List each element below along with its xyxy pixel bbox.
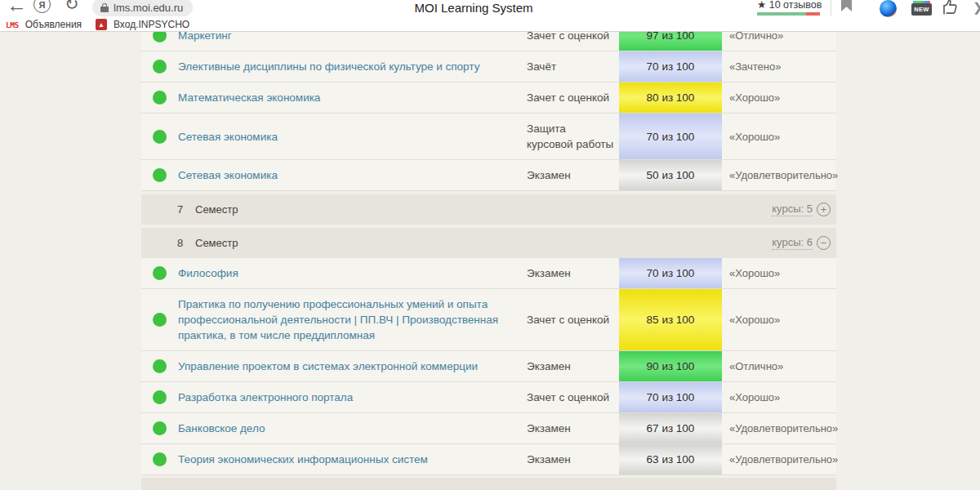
course-title-link[interactable]: Практика по получению профессиональных у… <box>178 289 527 350</box>
score-cell: 70 из 100 <box>619 258 722 288</box>
grades-table: МаркетингЗачет с оценкой97 из 100«Отличн… <box>141 32 836 490</box>
green-status-dot-icon <box>153 359 167 373</box>
reviews-rating-widget[interactable]: ★ 10 отзывов <box>757 0 822 16</box>
semester-header-cut <box>141 478 836 490</box>
browser-toolbar: ← Я ↻ lms.moi.edu.ru MOI Learning System… <box>0 0 980 32</box>
expand-plus-icon[interactable]: + <box>817 203 831 216</box>
course-row: МаркетингЗачет с оценкой97 из 100«Отличн… <box>141 32 836 51</box>
exam-type-label: Зачет с оценкой <box>527 382 619 412</box>
bookmark-label: Объявления <box>25 19 82 30</box>
rating-bar <box>757 12 820 16</box>
bookmark-item-inpsycho[interactable]: ▲ Вход.INPSYCHO <box>96 19 189 30</box>
green-status-dot-icon <box>153 60 167 74</box>
lms-page-background: МаркетингЗачет с оценкой97 из 100«Отличн… <box>0 32 980 490</box>
course-status-cell <box>141 351 178 381</box>
lock-icon <box>100 3 109 12</box>
green-status-dot-icon <box>153 168 167 182</box>
course-status-cell <box>141 444 178 474</box>
semester-number: 8 <box>177 237 195 249</box>
grade-label: «Зачтено» <box>722 51 836 82</box>
course-row: Практика по получению профессиональных у… <box>141 289 836 351</box>
score-cell: 80 из 100 <box>619 82 722 113</box>
score-cell: 90 из 100 <box>619 351 722 381</box>
course-title-link[interactable]: Сетевая экономика <box>178 114 527 159</box>
green-status-dot-icon <box>153 266 167 280</box>
course-status-cell <box>141 32 178 51</box>
grade-label: «Хорошо» <box>722 114 836 159</box>
yandex-browser-icon[interactable]: Я <box>33 0 51 13</box>
semester-header: 7Семестркурсы: 5+ <box>141 194 836 225</box>
rating-bar-negative <box>806 12 820 16</box>
exam-type-label: Зачет с оценкой <box>527 289 619 350</box>
score-cell: 63 из 100 <box>619 444 722 474</box>
score-cell: 70 из 100 <box>619 382 722 412</box>
grade-label: «Хорошо» <box>722 82 836 113</box>
course-status-cell <box>141 114 178 159</box>
course-title-link[interactable]: Теория экономических информационных сист… <box>178 444 527 474</box>
course-row: Разработка электронного порталаЗачет с о… <box>141 382 836 413</box>
grade-label: «Удовлетворительно» <box>722 413 836 443</box>
grade-label: «Хорошо» <box>722 382 836 412</box>
score-cell: 97 из 100 <box>619 32 722 51</box>
green-status-dot-icon <box>153 421 167 435</box>
address-bar[interactable]: lms.moi.edu.ru <box>92 0 193 16</box>
lms-favicon: LMS <box>6 20 19 29</box>
semester-header: 8Семестркурсы: 6− <box>141 228 836 258</box>
course-title-link[interactable]: Управление проектом в системах электронн… <box>178 351 527 381</box>
score-cell: 85 из 100 <box>619 289 722 350</box>
semester-courses-link[interactable]: курсы: 5 <box>772 203 813 216</box>
refresh-icon[interactable]: ↻ <box>65 0 79 14</box>
semester-label: Семестр <box>195 237 238 249</box>
toolbar-separator <box>831 0 831 16</box>
exam-type-label: Экзамен <box>527 258 619 288</box>
score-cell: 50 из 100 <box>619 160 722 190</box>
thumbs-hand-icon[interactable] <box>939 0 960 16</box>
course-row: Управление проектом в системах электронн… <box>141 351 836 382</box>
exam-type-label: Экзамен <box>527 160 619 190</box>
score-cell: 67 из 100 <box>619 413 722 443</box>
semester-label: Семестр <box>195 203 238 216</box>
score-cell: 70 из 100 <box>619 51 722 82</box>
course-title-link[interactable]: Философия <box>178 258 527 288</box>
exam-type-label: Зачет с оценкой <box>527 82 619 113</box>
course-row: Банковское делоЭкзамен67 из 100«Удовлетв… <box>141 413 836 444</box>
score-cell: 70 из 100 <box>619 114 722 159</box>
exam-type-label: Защита курсовой работы <box>527 114 619 159</box>
url-text: lms.moi.edu.ru <box>114 2 183 14</box>
course-row: Сетевая экономикаЗащита курсовой работы7… <box>141 114 836 160</box>
course-status-cell <box>141 160 178 190</box>
semester-number: 7 <box>177 203 195 216</box>
exam-type-label: Зачёт <box>527 51 619 82</box>
course-title-link[interactable]: Разработка электронного портала <box>178 382 527 412</box>
bookmarks-bar: LMS Объявления ▲ Вход.INPSYCHO <box>0 19 980 31</box>
extension-sphere-icon[interactable] <box>880 0 897 17</box>
course-status-cell <box>141 258 178 288</box>
green-status-dot-icon <box>153 452 167 466</box>
bookmark-flag-icon[interactable] <box>841 0 852 11</box>
grade-label: «Хорошо» <box>722 289 836 350</box>
rating-bar-positive <box>757 12 806 16</box>
back-icon[interactable]: ← <box>7 0 27 17</box>
course-status-cell <box>141 382 178 412</box>
course-row: ФилософияЭкзамен70 из 100«Хорошо» <box>141 258 836 289</box>
course-title-link[interactable]: Маркетинг <box>178 32 527 51</box>
bookmark-item-announcements[interactable]: LMS Объявления <box>6 19 82 30</box>
course-row: Теория экономических информационных сист… <box>141 444 836 475</box>
collapse-minus-icon[interactable]: − <box>817 236 831 250</box>
new-extension-icon[interactable]: NEW <box>911 3 932 16</box>
course-title-link[interactable]: Банковское дело <box>178 413 527 443</box>
reviews-count-label: 10 отзывов <box>769 0 822 11</box>
overflow-chevron-icon[interactable]: ❯ <box>973 0 980 15</box>
semester-courses-link[interactable]: курсы: 6 <box>772 236 813 250</box>
star-icon: ★ <box>757 0 766 11</box>
grade-label: «Отлично» <box>722 32 836 51</box>
green-status-dot-icon <box>153 130 167 144</box>
course-title-link[interactable]: Математическая экономика <box>178 82 527 113</box>
bookmark-label: Вход.INPSYCHO <box>114 19 189 30</box>
grade-label: «Удовлетворительно» <box>722 160 836 190</box>
course-title-link[interactable]: Сетевая экономика <box>178 160 527 190</box>
exam-type-label: Экзамен <box>527 444 619 474</box>
grade-label: «Удовлетворительно» <box>722 444 836 474</box>
course-status-cell <box>141 289 178 350</box>
course-title-link[interactable]: Элективные дисциплины по физической куль… <box>178 51 527 82</box>
